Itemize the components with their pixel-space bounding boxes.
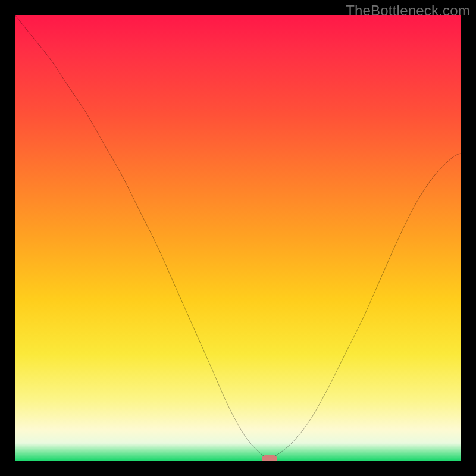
plot-area [15,15,461,461]
optimum-marker [262,455,277,461]
bottleneck-curve [15,15,461,461]
watermark-text: TheBottleneck.com [346,2,470,19]
chart-frame: TheBottleneck.com [0,0,476,476]
